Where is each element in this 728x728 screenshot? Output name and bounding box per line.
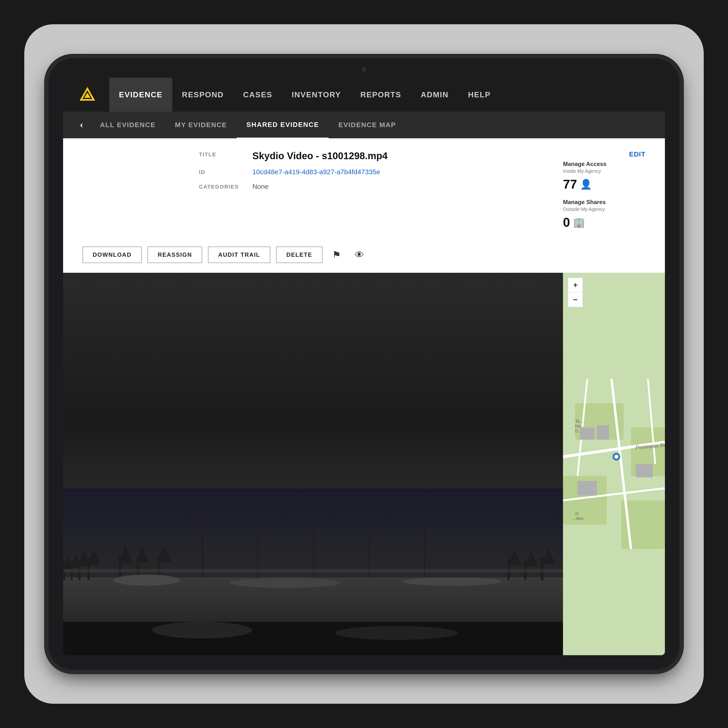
subnav-evidence-map[interactable]: EVIDENCE MAP (329, 112, 405, 138)
categories-label: CATEGORIES (199, 183, 252, 190)
detail-header: TITLE Skydio Video - s1001298.mp4 ID 10c… (63, 138, 665, 246)
reassign-button[interactable]: REASSIGN (148, 246, 202, 263)
content-area: TITLE Skydio Video - s1001298.mp4 ID 10c… (63, 138, 665, 655)
svg-point-35 (152, 622, 252, 639)
delete-button[interactable]: DELETE (276, 246, 323, 263)
subnav-all-evidence[interactable]: ALL EVIDENCE (90, 112, 165, 138)
screen: EVIDENCE RESPOND CASES INVENTORY REPORTS… (63, 78, 665, 655)
nav-item-inventory[interactable]: INVENTORY (282, 78, 351, 112)
svg-rect-33 (63, 569, 563, 572)
outer-background: EVIDENCE RESPOND CASES INVENTORY REPORTS… (24, 24, 704, 704)
title-value: Skydio Video - s1001298.mp4 (252, 150, 387, 161)
svg-rect-49 (580, 428, 595, 440)
nav-item-reports[interactable]: REPORTS (351, 78, 411, 112)
manage-access-count: 77 👤 (563, 177, 645, 191)
person-icon: 👤 (580, 179, 592, 190)
svg-text:...ideo: ...ideo (573, 516, 583, 520)
manage-shares-count: 0 🏢 (563, 215, 645, 229)
map-content: Perimeter Rd Te... Ho... D... o (563, 273, 665, 655)
svg-rect-20 (257, 530, 258, 580)
logo[interactable] (78, 85, 97, 104)
title-label: TITLE (199, 150, 252, 158)
svg-text:Te...: Te... (575, 419, 583, 424)
svg-text:Ho...: Ho... (575, 424, 584, 428)
subnav-shared-evidence[interactable]: SHARED EVIDENCE (237, 112, 329, 138)
manage-shares-sub: Outside My Agency (563, 206, 645, 212)
action-bar: DOWNLOAD REASSIGN AUDIT TRAIL DELETE ⚑ 👁 (63, 246, 665, 273)
audit-trail-button[interactable]: AUDIT TRAIL (208, 246, 270, 263)
detail-right: EDIT Manage Access Inside My Agency 77 👤… (563, 150, 645, 237)
top-nav: EVIDENCE RESPOND CASES INVENTORY REPORTS… (63, 78, 665, 112)
svg-text:of: of (575, 512, 578, 515)
media-area: Perimeter Rd Te... Ho... D... o (63, 273, 665, 655)
video-placeholder (63, 273, 563, 655)
svg-rect-50 (597, 425, 609, 440)
video-area (63, 273, 563, 655)
categories-value: None (252, 183, 269, 191)
svg-point-30 (113, 575, 180, 586)
svg-point-36 (335, 626, 458, 640)
svg-rect-52 (578, 481, 597, 496)
svg-rect-34 (63, 622, 563, 655)
map-zoom-out[interactable]: − (568, 292, 583, 307)
flag-icon[interactable]: ⚑ (328, 249, 345, 260)
map-area: Perimeter Rd Te... Ho... D... o (563, 273, 665, 655)
main-nav: EVIDENCE RESPOND CASES INVENTORY REPORTS… (109, 78, 500, 112)
eye-icon[interactable]: 👁 (351, 249, 368, 260)
nav-item-respond[interactable]: RESPOND (172, 78, 234, 112)
detail-fields: TITLE Skydio Video - s1001298.mp4 ID 10c… (199, 150, 563, 197)
svg-point-32 (402, 578, 502, 586)
building-icon: 🏢 (573, 217, 585, 228)
map-controls: + − (568, 278, 583, 307)
nav-item-admin[interactable]: ADMIN (411, 78, 459, 112)
title-row: TITLE Skydio Video - s1001298.mp4 (199, 150, 548, 161)
edit-link[interactable]: EDIT (563, 150, 645, 158)
manage-access-sub: Inside My Agency (563, 168, 645, 174)
svg-point-59 (615, 455, 618, 459)
categories-row: CATEGORIES None (199, 183, 548, 191)
map-zoom-in[interactable]: + (568, 278, 583, 292)
back-button[interactable]: ‹ (73, 120, 90, 130)
camera-dot (362, 67, 366, 72)
svg-rect-51 (636, 464, 653, 477)
svg-text:D...: D... (575, 428, 582, 433)
tablet-frame: EVIDENCE RESPOND CASES INVENTORY REPORTS… (49, 58, 679, 670)
id-row: ID 10cd48e7-a419-4d83-a927-a7b4fd47335e (199, 168, 548, 176)
subnav-my-evidence[interactable]: MY EVIDENCE (165, 112, 237, 138)
nav-item-evidence[interactable]: EVIDENCE (109, 78, 172, 112)
sub-nav: ‹ ALL EVIDENCE MY EVIDENCE SHARED EVIDEN… (63, 112, 665, 138)
nav-item-cases[interactable]: CASES (234, 78, 282, 112)
landscape-svg (63, 488, 563, 655)
nav-item-help[interactable]: HELP (459, 78, 500, 112)
id-value[interactable]: 10cd48e7-a419-4d83-a927-a7b4fd47335e (252, 168, 380, 176)
id-label: ID (199, 168, 252, 176)
svg-point-31 (230, 578, 341, 588)
manage-access-label[interactable]: Manage Access (563, 161, 645, 167)
map-svg: Perimeter Rd Te... Ho... D... o (563, 273, 665, 655)
download-button[interactable]: DOWNLOAD (83, 246, 142, 263)
manage-shares-label[interactable]: Manage Shares (563, 199, 645, 205)
